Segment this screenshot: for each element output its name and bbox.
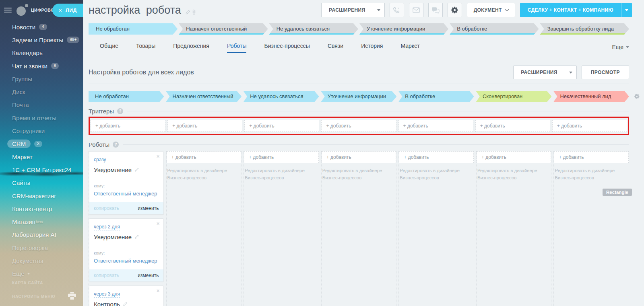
designer-hint[interactable]: Редактировать в дизайнере Бизнес-процесс… xyxy=(167,167,242,182)
tab-general[interactable]: Общие xyxy=(100,41,118,53)
robot-add-button[interactable]: + добавить xyxy=(322,151,396,163)
column-junk-lead[interactable]: Некачественный лид xyxy=(553,91,629,102)
phone-button[interactable] xyxy=(390,3,404,17)
close-icon[interactable]: × xyxy=(156,154,159,159)
trigger-add-button[interactable]: + добавить xyxy=(167,120,242,132)
sidebar-item-shop[interactable]: Магазинbeta xyxy=(0,215,83,228)
designer-hint[interactable]: Редактировать в дизайнере Бизнес-процесс… xyxy=(244,167,319,182)
sidebar-item-calendar[interactable]: Календарь xyxy=(0,47,83,60)
sidebar-item-drive[interactable]: Диск xyxy=(0,85,83,98)
robot-schedule-link[interactable]: через 3 дня xyxy=(94,291,120,298)
trigger-add-button[interactable]: + добавить xyxy=(321,120,396,132)
lead-entity-tab[interactable]: × ЛИД xyxy=(52,4,83,17)
column-not-processed[interactable]: Не обработан xyxy=(89,91,164,102)
sidebar-item-market[interactable]: Маркет xyxy=(0,150,83,163)
designer-hint[interactable]: Редактировать в дизайнере Бизнес-процесс… xyxy=(399,167,474,182)
trigger-add-button[interactable]: + добавить xyxy=(91,120,165,132)
create-button-caret[interactable] xyxy=(621,3,632,17)
panel-extensions-caret[interactable] xyxy=(565,66,576,79)
robot-schedule-link[interactable]: через 2 дня xyxy=(94,224,120,230)
create-deal-contact-company-button[interactable]: СДЕЛКУ + КОНТАКТ + КОМПАНИЮ xyxy=(520,3,632,17)
recipient-link[interactable]: Ответственный менеджер xyxy=(94,258,159,264)
robot-schedule-link[interactable]: сразу xyxy=(94,157,106,163)
sidebar-item-crm[interactable]: CRM3 xyxy=(0,138,83,150)
designer-hint[interactable]: Редактировать в дизайнере Бизнес-процесс… xyxy=(322,167,396,182)
panel-extensions-button[interactable]: РАСШИРЕНИЯ xyxy=(513,66,577,79)
tab-history[interactable]: История xyxy=(361,41,383,53)
sidebar-item-meeting-room[interactable]: Переговорка xyxy=(0,241,83,254)
paperclip-icon[interactable] xyxy=(192,5,196,18)
robot-add-button[interactable]: + добавить xyxy=(477,151,551,163)
designer-hint[interactable]: Редактировать в дизайнере Бизнес-процесс… xyxy=(477,167,551,182)
robot-card[interactable]: × через 2 дня Уведомление кому: Ответств… xyxy=(89,218,164,282)
column-assigned[interactable]: Назначен ответственный xyxy=(166,91,242,102)
column-converted[interactable]: Сконвертирован xyxy=(476,91,552,102)
sidebar-item-chat-calls[interactable]: Чат и звонки8 xyxy=(0,60,83,72)
stage-assigned[interactable]: Назначен ответственный xyxy=(179,23,268,35)
recipient-link[interactable]: Ответственный менеджер xyxy=(94,191,159,197)
document-button[interactable]: ДОКУМЕНТ xyxy=(467,3,515,17)
trigger-add-button[interactable]: + добавить xyxy=(475,120,550,132)
robot-card[interactable]: × сразу Уведомление кому: Ответственный … xyxy=(89,151,164,215)
robot-add-button[interactable]: + добавить xyxy=(399,151,474,163)
sidebar-item-more[interactable]: Ещё xyxy=(0,267,83,280)
settings-gear-button[interactable] xyxy=(448,3,462,17)
email-button[interactable] xyxy=(409,3,423,17)
close-icon[interactable]: × xyxy=(58,7,62,13)
edit-title-icon[interactable] xyxy=(185,5,190,18)
stage-in-progress[interactable]: В обработке xyxy=(450,23,539,35)
tab-business-processes[interactable]: Бизнес-процессы xyxy=(264,41,310,53)
sidebar-item-groups[interactable]: Группы xyxy=(0,72,83,85)
sidebar-item-1c-bitrix24[interactable]: 1С + CRM Битрикс24 xyxy=(0,163,83,176)
sidebar-item-news[interactable]: Новости4 xyxy=(0,21,83,33)
sidebar-item-employees[interactable]: Сотрудники xyxy=(0,124,83,137)
menu-toggle-icon[interactable] xyxy=(4,8,12,12)
tab-more[interactable]: Еще xyxy=(612,44,630,50)
sitemap-link[interactable]: КАРТА САЙТА xyxy=(12,281,79,285)
edit-pencil-icon[interactable] xyxy=(134,166,139,173)
tab-links[interactable]: Связи xyxy=(328,41,343,53)
tab-robots[interactable]: Роботы xyxy=(227,41,246,53)
trigger-add-button[interactable]: + добавить xyxy=(398,120,473,132)
stage-clarify-info[interactable]: Уточнение информации xyxy=(359,23,448,35)
tab-quotes[interactable]: Предложения xyxy=(173,41,209,53)
robot-add-button[interactable]: + добавить xyxy=(167,151,242,163)
trigger-add-button[interactable]: + добавить xyxy=(552,120,627,132)
sidebar-item-crm-marketing[interactable]: CRM-маркетинг xyxy=(0,189,83,202)
tab-products[interactable]: Товары xyxy=(136,41,155,53)
sidebar-item-tasks[interactable]: Задачи и Проекты99+ xyxy=(0,33,83,46)
copy-link[interactable]: копировать xyxy=(94,205,119,211)
chat-button[interactable] xyxy=(428,3,443,17)
sidebar-item-contact-center[interactable]: Контакт-центр xyxy=(0,202,83,215)
stage-not-processed[interactable]: Не обработан xyxy=(89,23,178,35)
menu-settings-link[interactable]: НАСТРОИТЬ МЕНЮ xyxy=(12,294,68,299)
stage-cannot-contact[interactable]: Не удалось связаться xyxy=(269,23,358,35)
robot-add-button[interactable]: + добавить xyxy=(554,151,629,163)
board-settings-gear-icon[interactable] xyxy=(634,93,640,101)
extensions-caret[interactable] xyxy=(373,3,384,17)
extensions-button[interactable]: РАСШИРЕНИЯ xyxy=(321,3,385,17)
sidebar-item-mail[interactable]: Почта xyxy=(0,99,83,111)
sidebar-item-time-reports[interactable]: Время и отчеты xyxy=(0,111,83,124)
tab-market[interactable]: Маркет xyxy=(400,41,419,53)
close-icon[interactable]: × xyxy=(156,288,159,294)
stage-finish-processing[interactable]: Завершить обработку лида xyxy=(540,23,629,35)
view-button[interactable]: ПРОСМОТР xyxy=(582,66,629,79)
edit-pencil-icon[interactable] xyxy=(123,301,128,306)
column-in-progress[interactable]: В обработке xyxy=(398,91,474,102)
column-clarify-info[interactable]: Уточнение информации xyxy=(321,91,397,102)
trigger-add-button[interactable]: + добавить xyxy=(244,120,319,132)
robot-card[interactable]: × через 3 дня Контроль кому: xyxy=(89,285,164,306)
edit-pencil-icon[interactable] xyxy=(134,234,139,240)
sidebar-item-sites[interactable]: Сайты xyxy=(0,177,83,189)
sidebar-item-documents[interactable]: Документы xyxy=(0,254,83,267)
robot-add-button[interactable]: + добавить xyxy=(244,151,319,163)
printer-icon[interactable] xyxy=(68,292,76,301)
close-icon[interactable]: × xyxy=(156,221,159,226)
copy-link[interactable]: копировать xyxy=(94,273,119,278)
edit-link[interactable]: изменить xyxy=(138,205,159,211)
help-icon[interactable]: ? xyxy=(117,108,123,114)
company-logo[interactable] xyxy=(17,4,29,16)
designer-hint[interactable]: Редактировать в дизайнере Бизнес-процесс… xyxy=(554,167,629,182)
column-cannot-contact[interactable]: Не удалось связаться xyxy=(244,91,319,102)
